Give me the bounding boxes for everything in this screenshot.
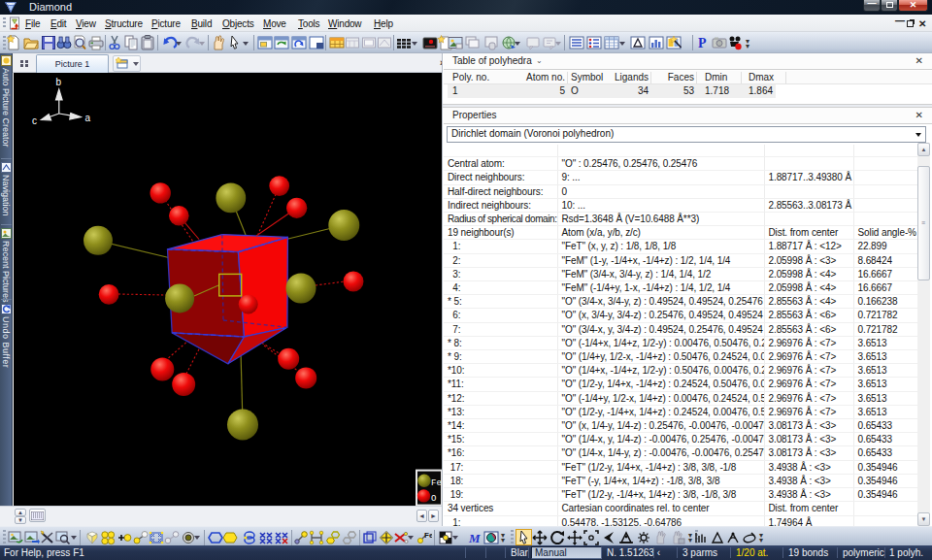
svg-text:M: M xyxy=(468,531,481,545)
svg-text:c: c xyxy=(32,115,37,126)
svg-text:a: a xyxy=(85,113,91,123)
svg-text:Fe: Fe xyxy=(431,478,442,488)
svg-text:b: b xyxy=(56,77,62,87)
svg-text:Fe: Fe xyxy=(424,531,432,540)
svg-text:O: O xyxy=(431,494,436,504)
svg-text:P: P xyxy=(698,36,707,50)
